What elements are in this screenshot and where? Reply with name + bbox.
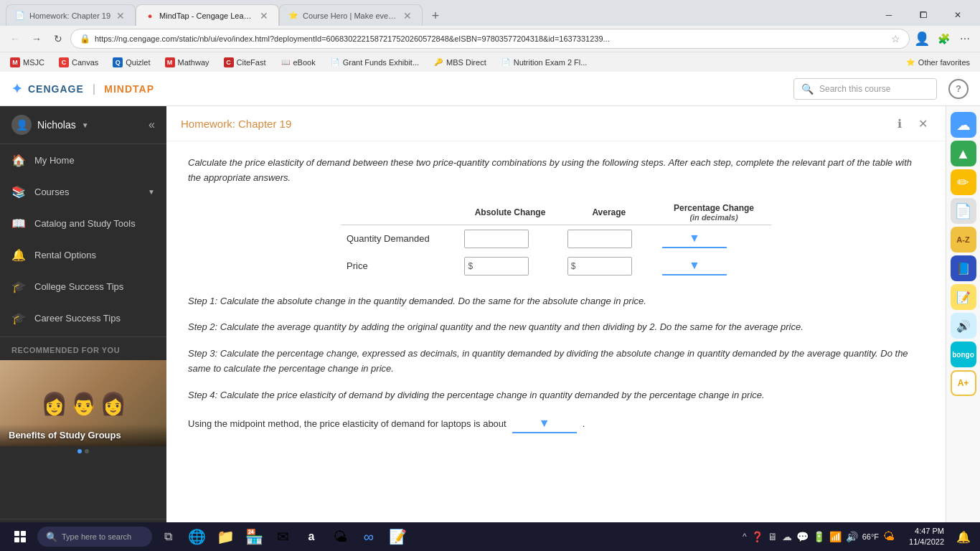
minimize-button[interactable]: ─ xyxy=(872,4,905,26)
tab-close-2[interactable]: ✕ xyxy=(258,10,270,22)
price-pct-dropdown[interactable]: ▼ xyxy=(662,257,727,276)
sidebar-item-college[interactable]: 🎓 College Success Tips xyxy=(0,270,166,302)
tab-mindtap[interactable]: ● MindTap - Cengage Learning ✕ xyxy=(136,4,279,26)
star-icon[interactable]: ☆ xyxy=(891,33,900,44)
final-answer-dropdown[interactable]: ▼ xyxy=(512,415,577,433)
sidebar-item-home[interactable]: 🏠 My Home xyxy=(0,144,166,176)
study-groups-card[interactable]: 👩 👨 👩 Benefits of Study Groups xyxy=(0,360,166,446)
more-options-icon[interactable]: ⋯ xyxy=(956,29,974,48)
refresh-button[interactable]: ↻ xyxy=(49,29,67,48)
fav-quizlet[interactable]: Q Quizlet xyxy=(108,56,154,69)
page-tool[interactable]: 📄 xyxy=(951,198,976,224)
tray-battery-icon[interactable]: 🔋 xyxy=(813,531,825,542)
start-button[interactable] xyxy=(6,522,34,551)
sidebar: 👤 Nicholas ▼ « 🏠 My Home 📚 Courses ▼ 📖 C… xyxy=(0,106,166,551)
taskbar-weather-icon[interactable]: 🌤 xyxy=(327,524,353,550)
sidebar-label-home: My Home xyxy=(34,155,155,166)
system-tray: ^ ❓ 🖥 ☁ 💬 🔋 📶 🔊 66°F 🌤 xyxy=(737,530,900,543)
clock[interactable]: 4:47 PM 11/4/2022 xyxy=(903,526,950,548)
courses-arrow-icon: ▼ xyxy=(148,188,155,196)
fav-mathway[interactable]: M Mathway xyxy=(161,56,214,69)
cloud-tool[interactable]: ☁ xyxy=(951,112,976,138)
taskbar-search[interactable]: 🔍 Type here to search xyxy=(37,527,152,547)
extension-icon[interactable]: 🧩 xyxy=(934,29,953,48)
taskbar-store-icon[interactable]: 🏪 xyxy=(241,524,267,550)
fav-mbs[interactable]: 🔑 MBS Direct xyxy=(429,56,491,69)
taskbar-search-text: Type here to search xyxy=(62,532,131,541)
tab-homework[interactable]: 📄 Homework: Chapter 19 ✕ xyxy=(6,4,136,26)
tray-monitor-icon[interactable]: 🖥 xyxy=(768,531,778,542)
taskbar-task-view[interactable]: ⧉ xyxy=(155,524,181,550)
fav-ebook[interactable]: 📖 eBook xyxy=(276,56,320,69)
carousel-dot-2[interactable] xyxy=(85,449,89,453)
content-scroll[interactable]: Calculate the price elasticity of demand… xyxy=(166,141,946,551)
price-average-input[interactable] xyxy=(567,257,632,276)
quantity-pct-dropdown[interactable]: ▼ xyxy=(662,230,727,248)
price-absolute-input[interactable] xyxy=(464,257,529,276)
tray-cloud-icon[interactable]: ☁ xyxy=(782,531,792,542)
tray-chat-icon[interactable]: 💬 xyxy=(796,531,809,542)
taskbar-word-icon[interactable]: 📝 xyxy=(385,524,410,550)
content-area: Homework: Chapter 19 ℹ ✕ Calculate the p… xyxy=(166,106,946,551)
profile-icon[interactable]: 👤 xyxy=(913,29,931,48)
quantity-average-input[interactable] xyxy=(567,230,632,248)
tray-speaker-icon[interactable]: 🔊 xyxy=(846,531,858,542)
fav-msjc[interactable]: M MSJC xyxy=(6,56,49,69)
new-tab-button[interactable]: + xyxy=(425,6,446,26)
info-button[interactable]: ℹ xyxy=(891,115,908,132)
page-icon: 📄 xyxy=(954,202,972,220)
notification-button[interactable]: 🔔 xyxy=(953,526,974,547)
tab-close-1[interactable]: ✕ xyxy=(115,10,126,22)
book-tool[interactable]: 📘 xyxy=(951,255,976,281)
back-button[interactable]: ← xyxy=(6,29,24,48)
col-header-absolute: Absolute Change xyxy=(458,200,561,225)
close-content-button[interactable]: ✕ xyxy=(914,115,931,132)
tab-coursehero[interactable]: ⭐ Course Hero | Make every study ✕ xyxy=(279,4,423,26)
taskbar-unknown-icon[interactable]: ∞ xyxy=(356,524,382,550)
search-bar[interactable]: 🔍 Search this course xyxy=(793,78,937,100)
calculation-table: Absolute Change Average Percentage Chang… xyxy=(341,200,771,280)
notepad-tool[interactable]: 📝 xyxy=(951,284,976,310)
dictionary-tool[interactable]: A-Z xyxy=(951,227,976,253)
table-row-price: Price $ $ xyxy=(341,253,771,280)
forward-button[interactable]: → xyxy=(27,29,46,48)
sidebar-collapse-button[interactable]: « xyxy=(149,118,155,131)
address-bar[interactable]: 🔒 https://ng.cengage.com/static/nb/ui/ev… xyxy=(70,29,910,49)
drive-tool[interactable]: ▲ xyxy=(951,141,976,166)
taskbar-edge-icon[interactable]: 🌐 xyxy=(184,524,209,550)
tab-close-3[interactable]: ✕ xyxy=(402,10,413,22)
pencil-tool[interactable]: ✏ xyxy=(951,169,976,195)
final-answer-arrow-icon: ▼ xyxy=(539,417,550,430)
sidebar-item-rental[interactable]: 🔔 Rental Options xyxy=(0,239,166,270)
sidebar-item-career[interactable]: 🎓 Career Success Tips xyxy=(0,302,166,334)
sidebar-item-courses[interactable]: 📚 Courses ▼ xyxy=(0,176,166,207)
sound-tool[interactable]: 🔊 xyxy=(951,313,976,339)
user-avatar: 👤 xyxy=(11,115,32,135)
fav-grant[interactable]: 📄 Grant Funds Exhibit... xyxy=(326,56,423,69)
aplus-tool[interactable]: A+ xyxy=(951,370,976,396)
fav-citefast[interactable]: C CiteFast xyxy=(220,56,270,69)
taskbar-search-icon: 🔍 xyxy=(46,532,57,542)
close-button[interactable]: ✕ xyxy=(941,4,974,26)
tray-help-icon[interactable]: ❓ xyxy=(751,531,763,542)
fav-other[interactable]: ⭐ Other favorites xyxy=(901,56,974,69)
carousel-dot-1[interactable] xyxy=(77,449,82,453)
fav-canvas[interactable]: C Canvas xyxy=(55,56,103,69)
maximize-button[interactable]: ⧠ xyxy=(907,4,940,26)
tray-up-arrow[interactable]: ^ xyxy=(743,532,747,542)
taskbar-mail-icon[interactable]: ✉ xyxy=(270,524,296,550)
courses-icon: 📚 xyxy=(11,184,26,199)
price-pct-cell: ▼ xyxy=(656,253,771,280)
fav-nutrition[interactable]: 📄 Nutrition Exam 2 Fl... xyxy=(496,56,592,69)
sidebar-item-catalog[interactable]: 📖 Catalog and Study Tools xyxy=(0,207,166,239)
user-profile[interactable]: 👤 Nicholas ▼ xyxy=(11,115,89,135)
college-icon: 🎓 xyxy=(11,279,26,293)
quantity-absolute-input[interactable] xyxy=(464,230,529,248)
taskbar-a-icon[interactable]: a xyxy=(298,524,324,550)
tray-network-icon[interactable]: 📶 xyxy=(829,531,842,542)
tab-favicon-3: ⭐ xyxy=(288,11,298,21)
quantity-absolute-input-cell xyxy=(458,225,561,253)
help-button[interactable]: ? xyxy=(948,79,969,99)
taskbar-explorer-icon[interactable]: 📁 xyxy=(212,524,238,550)
bongo-tool[interactable]: bongo xyxy=(951,342,976,367)
